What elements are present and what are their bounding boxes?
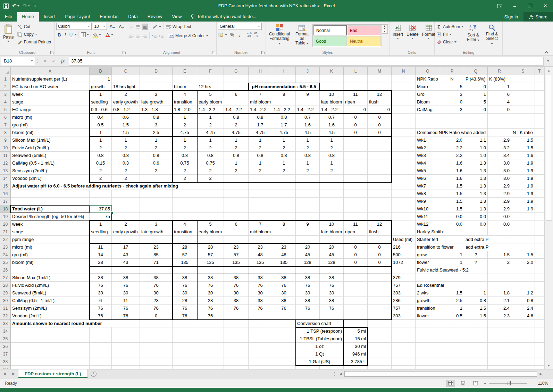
cell-E3[interactable]: 4 (173, 91, 197, 98)
cut-button[interactable]: Cut (17, 23, 51, 31)
cell-D8[interactable]: 2.5 (140, 129, 172, 136)
cell-C10[interactable]: 2 (112, 144, 140, 151)
row-header-12[interactable]: 12 (0, 159, 11, 167)
cell-S25[interactable]: 2.0 (511, 259, 535, 266)
cell-B10[interactable]: 2 (90, 144, 111, 151)
vertical-scroll-thumb[interactable] (546, 75, 552, 220)
font-family-select[interactable]: Calibri (56, 23, 92, 30)
cell-P20[interactable]: 0.0 (440, 220, 464, 228)
cell-A1[interactable]: Nutrient/supplement per (L) (11, 75, 89, 83)
cell-L23[interactable]: 0 (344, 243, 367, 251)
cell-B31[interactable]: 76 (90, 305, 111, 312)
cell-B30[interactable]: 6 (90, 297, 111, 304)
cell-P19[interactable]: 0.0 (440, 213, 464, 220)
cell-F12[interactable]: 0.75 (197, 159, 224, 167)
cell-G27[interactable]: 38 (224, 274, 248, 281)
comma-style-button[interactable]: , (237, 32, 241, 38)
row-header-6[interactable]: 6 (0, 114, 11, 121)
cell-C7[interactable]: 1.5 (112, 121, 140, 128)
cell-Q13[interactable]: 1.3 (464, 167, 487, 174)
cell-I30[interactable]: 38 (272, 297, 295, 304)
cell-S16[interactable]: 1.9 (511, 190, 535, 197)
cell-I23[interactable]: 23 (272, 243, 295, 251)
cell-E8[interactable]: 4.75 (173, 129, 197, 136)
cell-B32[interactable]: 76 (90, 312, 111, 319)
cell-O29[interactable]: 2 wks (416, 289, 440, 297)
cell-H30[interactable]: 38 (249, 297, 272, 304)
row-header-10[interactable]: 10 (0, 144, 11, 152)
cell-A24[interactable]: gro (ml) (11, 251, 89, 258)
cell-O25[interactable]: flower (416, 259, 440, 266)
cell-L20[interactable]: 11 (344, 220, 367, 228)
cell-D24[interactable]: 85 (140, 251, 172, 258)
cell-F9[interactable]: 1 (197, 136, 224, 144)
cell-I28[interactable]: 76 (272, 282, 295, 289)
cell-A12[interactable]: CalMag (0.5 - 1 ml/L) (11, 159, 89, 167)
cell-C32[interactable]: 76 (112, 312, 140, 319)
cell-C6[interactable]: 0.6 (112, 114, 140, 121)
cell-F4[interactable]: early bloom (197, 98, 248, 106)
cell-G29[interactable]: 30 (224, 289, 248, 297)
cell-K4[interactable]: late bloom (320, 98, 343, 106)
cell-P17[interactable]: 1.5 (440, 198, 464, 205)
horizontal-scrollbar[interactable]: ◀ ▶ (334, 369, 553, 378)
cell-O14[interactable]: Wk6 (416, 175, 440, 182)
cell-C5[interactable]: 0.8 - 1.2 (112, 106, 140, 113)
column-header-L[interactable]: L (344, 67, 368, 75)
cell-style-bad[interactable]: Bad (347, 25, 381, 35)
row-header-19[interactable]: 19 (0, 213, 11, 220)
cell-N23[interactable]: 216 (392, 243, 415, 251)
underline-button[interactable]: U (68, 32, 74, 37)
insert-function-icon[interactable]: fx (58, 58, 67, 64)
cell-J31[interactable]: 76 (296, 305, 319, 312)
cell-M20[interactable]: 12 (368, 220, 391, 228)
cell-H25[interactable]: 135 (249, 259, 272, 266)
cell-A28[interactable]: Fulvic Acid (2ml/L) (11, 282, 89, 289)
cell-C30[interactable]: 11 (112, 297, 140, 304)
minimize-button[interactable]: – (507, 0, 522, 12)
row-header-17[interactable]: 17 (0, 198, 11, 205)
fill-handle[interactable] (110, 211, 113, 214)
cell-F32[interactable]: 76 (197, 312, 224, 319)
cell-P4[interactable]: 0 (440, 98, 464, 106)
cell-Q29[interactable]: 1 (464, 289, 487, 297)
redo-button[interactable]: ↷ (23, 3, 30, 9)
vertical-scrollbar[interactable]: ▲ ▼ (544, 67, 553, 369)
cell-G3[interactable]: 6 (224, 91, 248, 98)
cell-O4[interactable]: Bloom (416, 98, 440, 106)
row-header-15[interactable]: 15 (0, 182, 11, 190)
fill-color-dropdown[interactable] (99, 34, 101, 35)
format-as-table-button[interactable]: Format asTable (293, 23, 311, 47)
cell-K25[interactable]: 128 (320, 259, 343, 266)
cell-G6[interactable]: 0.8 (224, 114, 248, 121)
cell-G11[interactable]: 0.8 (224, 152, 248, 159)
cell-H23[interactable]: 23 (249, 243, 272, 251)
decrease-indent-icon[interactable] (152, 33, 157, 39)
increase-decimal-button[interactable]: ←.0.00 (246, 32, 252, 37)
cell-A27[interactable]: Silicon Max (1ml/L) (11, 274, 89, 281)
cell-G13[interactable]: 2 (224, 167, 248, 174)
cell-B14[interactable]: 2 (90, 175, 111, 182)
tab-scroll-right-icon[interactable]: ▶ (9, 369, 18, 378)
cell-D6[interactable]: 0.8 (140, 114, 172, 121)
tell-me-box[interactable]: Tell me what you want to do... (186, 12, 260, 22)
cell-O13[interactable]: Wk5 (416, 167, 440, 174)
orientation-icon[interactable]: ab (152, 24, 158, 30)
borders-dropdown[interactable] (87, 34, 89, 35)
cell-A8[interactable]: bloom (ml) (11, 129, 89, 136)
cell-P15[interactable]: 1.5 (440, 182, 464, 190)
cell-N29[interactable]: 303 (392, 289, 415, 297)
cell-R29[interactable]: 1.8 (488, 289, 511, 297)
column-header-E[interactable]: E (173, 67, 197, 75)
page-break-view-icon[interactable] (471, 380, 480, 387)
cell-E31[interactable]: 76 (173, 305, 197, 312)
cell-D32[interactable]: 0 (140, 312, 172, 319)
cell-J8[interactable]: 4.5 (296, 129, 319, 136)
cell-H12[interactable]: 1 (249, 159, 272, 167)
sort-filter-button[interactable]: AZ Sort &Filter (464, 23, 482, 47)
cell-Q20[interactable]: 0.0 (464, 220, 487, 228)
align-top-icon[interactable] (128, 24, 134, 30)
italic-button[interactable]: I (63, 32, 67, 37)
cell-J34[interactable]: 1 TSP (teaspoon) (296, 327, 343, 335)
row-header-18[interactable]: 18 (0, 205, 11, 213)
